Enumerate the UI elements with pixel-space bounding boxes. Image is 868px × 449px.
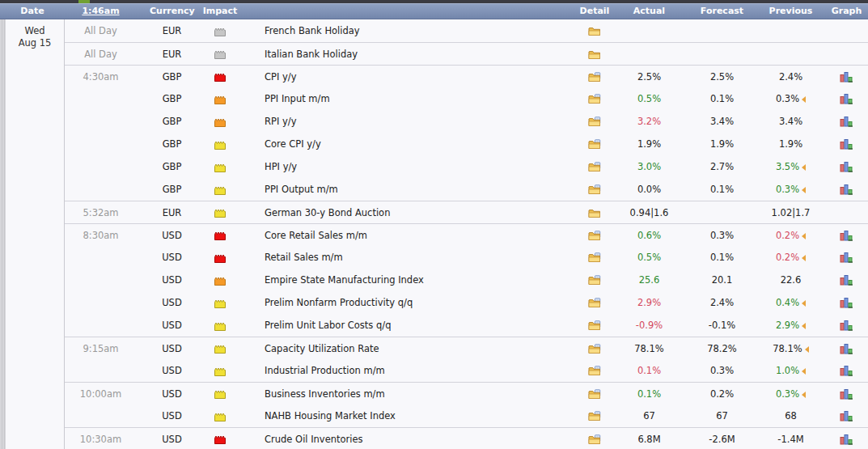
graph-icon[interactable]: [840, 320, 853, 331]
previous-value: -1.4M: [756, 434, 825, 445]
graph-cell: [825, 410, 868, 422]
graph-icon[interactable]: [840, 410, 853, 421]
graph-icon[interactable]: [840, 252, 853, 263]
impact-icon: [214, 252, 227, 263]
graph-icon[interactable]: [840, 161, 853, 172]
page-edge-strip: [0, 19, 6, 449]
open-detail-icon[interactable]: [588, 366, 602, 376]
impact-icon: [214, 343, 227, 354]
event-time: All Day: [65, 49, 150, 60]
graph-icon[interactable]: [840, 297, 853, 308]
actual-value: 0.5%: [611, 252, 688, 263]
impact-icon: [214, 230, 227, 241]
open-detail-icon[interactable]: [588, 94, 602, 104]
open-detail-icon[interactable]: [588, 434, 602, 445]
revised-arrow-icon: [802, 368, 806, 375]
graph-icon[interactable]: [840, 116, 853, 127]
event-row: 10:30amUSDCrude Oil Inventories6.8M-2.6M…: [65, 427, 868, 449]
event-currency: GBP: [150, 161, 194, 172]
graph-icon[interactable]: [840, 138, 853, 150]
event-title: RPI y/y: [251, 116, 578, 127]
event-title: Core CPI y/y: [251, 138, 578, 150]
current-time-link[interactable]: 1:46am: [82, 6, 119, 16]
folder-icon[interactable]: [588, 49, 602, 60]
graph-cell: [825, 184, 868, 196]
graph-icon[interactable]: [840, 434, 853, 445]
detail-cell: [578, 230, 611, 241]
forecast-value: 20.1: [688, 274, 756, 286]
graph-icon[interactable]: [840, 71, 853, 83]
impact-yellow-icon: [194, 184, 251, 195]
open-detail-icon[interactable]: [588, 344, 602, 354]
graph-icon[interactable]: [840, 230, 853, 241]
open-detail-icon[interactable]: [588, 275, 602, 286]
graph-cell: [825, 93, 868, 105]
graph-cell: [825, 161, 868, 173]
graph-cell: [825, 297, 868, 309]
graph-cell: [825, 229, 868, 241]
column-header-impact: Impact: [194, 6, 251, 16]
previous-value: 68: [756, 410, 825, 421]
impact-orange-icon: [194, 93, 251, 104]
impact-icon: [214, 138, 227, 150]
open-detail-icon[interactable]: [588, 184, 602, 195]
event-row: GBPHPI y/y3.0%2.7%3.5%: [65, 155, 868, 178]
previous-value: 3.5%: [756, 161, 825, 172]
actual-value: 1.9%: [611, 138, 688, 150]
column-header-actual: Actual: [611, 6, 688, 16]
impact-red-icon: [194, 434, 251, 445]
forecast-value: 0.2%: [688, 388, 756, 400]
impact-yellow-icon: [194, 343, 251, 354]
impact-icon: [214, 49, 227, 60]
actual-value: 3.0%: [611, 161, 688, 172]
open-detail-icon[interactable]: [588, 411, 602, 421]
previous-value: 0.2%: [756, 252, 825, 263]
open-detail-icon[interactable]: [588, 252, 602, 263]
actual-value: 78.1%: [611, 343, 688, 354]
previous-value: 2.9%: [756, 320, 825, 331]
open-detail-icon[interactable]: [588, 298, 602, 308]
folder-icon[interactable]: [588, 208, 602, 218]
impact-icon: [214, 410, 227, 421]
event-row: 4:30amGBPCPI y/y2.5%2.5%2.4%: [65, 65, 868, 87]
event-row: GBPCore CPI y/y1.9%1.9%1.9%: [65, 133, 868, 155]
impact-icon: [214, 71, 227, 83]
event-row: 8:30amUSDCore Retail Sales m/m0.6%0.3%0.…: [65, 223, 868, 246]
open-detail-icon[interactable]: [588, 116, 602, 127]
column-header-forecast: Forecast: [688, 6, 756, 16]
open-detail-icon[interactable]: [588, 231, 602, 241]
forecast-value: 2.5%: [688, 71, 756, 83]
graph-cell: [825, 388, 868, 400]
detail-cell: [578, 252, 611, 263]
event-time: All Day: [65, 25, 150, 36]
impact-yellow-icon: [194, 207, 251, 218]
detail-cell: [578, 434, 611, 445]
revised-arrow-icon: [802, 164, 806, 171]
graph-cell: [825, 138, 868, 150]
graph-icon[interactable]: [840, 365, 853, 376]
event-currency: USD: [150, 410, 194, 421]
open-detail-icon[interactable]: [588, 389, 602, 400]
open-detail-icon[interactable]: [588, 139, 602, 150]
graph-icon[interactable]: [840, 343, 853, 354]
previous-value: 22.6: [756, 274, 825, 286]
open-detail-icon[interactable]: [588, 72, 602, 83]
impact-gray-icon: [194, 25, 251, 36]
impact-orange-icon: [194, 116, 251, 127]
event-currency: USD: [150, 274, 194, 286]
event-row: USDNAHB Housing Market Index676768: [65, 405, 868, 427]
folder-icon[interactable]: [588, 26, 602, 36]
previous-value: 0.2%: [756, 230, 825, 241]
graph-icon[interactable]: [840, 388, 853, 400]
open-detail-icon[interactable]: [588, 320, 602, 331]
graph-icon[interactable]: [840, 184, 853, 195]
event-row: USDPrelim Nonfarm Productivity q/q2.9%2.…: [65, 291, 868, 314]
actual-value: 3.2%: [611, 116, 688, 127]
graph-icon[interactable]: [840, 93, 853, 104]
actual-value: 0.5%: [611, 93, 688, 104]
column-header-date: Date: [0, 6, 65, 16]
event-currency: GBP: [150, 116, 194, 127]
event-time: 10:30am: [65, 434, 150, 445]
open-detail-icon[interactable]: [588, 162, 602, 172]
graph-icon[interactable]: [840, 274, 853, 286]
